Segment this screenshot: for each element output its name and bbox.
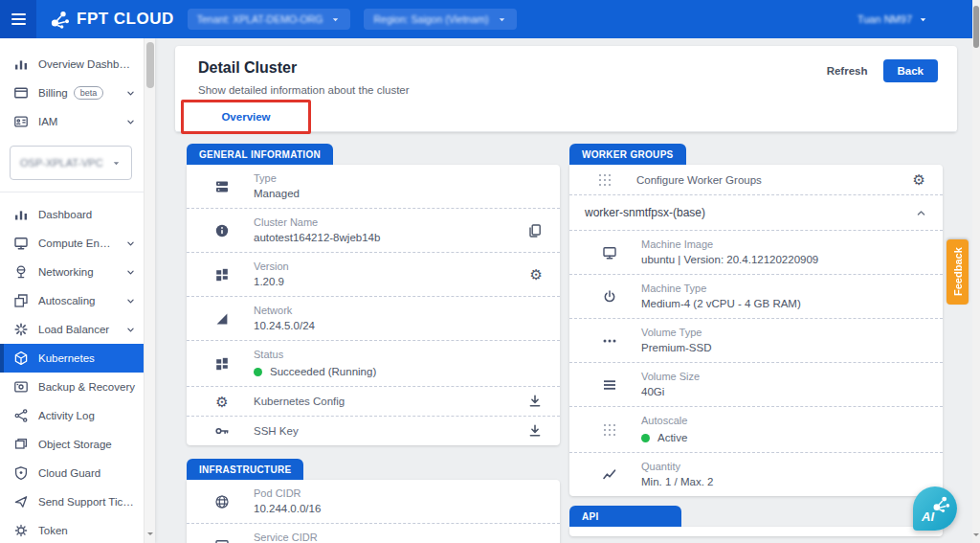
configure-worker-groups-button[interactable]: ⚙ bbox=[913, 172, 925, 187]
row-machine-type: Machine Type Medium-4 (2 vCPU - 4 GB RAM… bbox=[569, 274, 943, 318]
copy-button[interactable] bbox=[527, 223, 543, 238]
caret-down-icon bbox=[330, 14, 341, 25]
token-icon bbox=[13, 523, 29, 538]
autoscale-green-dot bbox=[641, 434, 650, 442]
sidebar-scroll-down-arrow[interactable] bbox=[147, 532, 153, 538]
worker-groups-header: WORKER GROUPS bbox=[569, 144, 686, 165]
chevron-down-icon bbox=[125, 325, 136, 335]
ai-assistant-button[interactable]: AI bbox=[913, 486, 957, 531]
sidebar-item-label: Overview Dashboard bbox=[38, 58, 136, 70]
row-kubernetes-config: ⚙ Kubernetes Config bbox=[187, 386, 560, 416]
sidebar-scrollbar[interactable] bbox=[144, 38, 155, 543]
sidebar-item-label: Kubernetes bbox=[38, 352, 136, 364]
caret-down-icon bbox=[111, 158, 122, 169]
region-label: Region: Saigon (Vietnam) bbox=[373, 13, 488, 25]
tenant-selector[interactable]: Tenant: XPLAT-DEMO-ORG bbox=[188, 9, 351, 30]
download-icon bbox=[527, 423, 543, 439]
row-volume-type: Volume Type Premium-SSD bbox=[569, 318, 943, 362]
sidebar-item-autoscaling[interactable]: Autoscaling bbox=[0, 286, 144, 315]
network-label: Network bbox=[254, 304, 543, 318]
sidebar-item-compute-engine[interactable]: Compute Engine bbox=[0, 229, 144, 258]
signal-triangle-icon bbox=[214, 311, 230, 327]
left-column: GENERAL INFORMATION Type Managed Cluster… bbox=[187, 144, 560, 543]
general-information-card: Type Managed Cluster Name autotest164212… bbox=[187, 165, 560, 445]
load-balancer-icon bbox=[13, 322, 29, 337]
trend-line-icon bbox=[602, 467, 617, 483]
power-icon bbox=[602, 289, 617, 305]
sidebar-item-dashboard[interactable]: Dashboard bbox=[0, 200, 144, 229]
brand-name: FPT CLOUD bbox=[77, 10, 174, 29]
sidebar-item-token[interactable]: Token bbox=[0, 516, 144, 543]
gear-icon: ⚙ bbox=[530, 267, 543, 282]
pod-cidr-value: 10.244.0.0/16 bbox=[254, 501, 543, 516]
sidebar-item-activity-log[interactable]: Activity Log bbox=[0, 401, 144, 430]
status-green-dot bbox=[254, 368, 262, 376]
sidebar-item-networking[interactable]: Networking bbox=[0, 258, 144, 286]
user-menu[interactable]: Tuan NM97 bbox=[858, 13, 928, 25]
info-icon bbox=[214, 223, 230, 238]
worker-groups-card: Configure Worker Groups ⚙ worker-snmtfps… bbox=[569, 165, 943, 496]
sidebar-item-kubernetes[interactable]: Kubernetes bbox=[0, 344, 144, 373]
version-settings-button[interactable]: ⚙ bbox=[530, 267, 543, 282]
page-subtitle: Show detailed information about the clus… bbox=[198, 84, 410, 96]
sidebar-item-billing[interactable]: Billing beta bbox=[0, 79, 144, 107]
row-quantity: Quantity Min. 1 / Max. 2 bbox=[569, 452, 943, 496]
hamburger-menu-icon[interactable] bbox=[0, 0, 36, 38]
region-selector[interactable]: Region: Saigon (Vietnam) bbox=[364, 9, 516, 30]
page-scrollbar[interactable] bbox=[972, 0, 980, 543]
gear-icon: ⚙ bbox=[913, 172, 925, 187]
sidebar-item-label: Send Support Ticket bbox=[38, 496, 136, 508]
beta-badge: beta bbox=[74, 86, 104, 100]
shield-icon bbox=[13, 465, 29, 481]
sidebar-item-backup-recovery[interactable]: Backup & Recovery bbox=[0, 373, 144, 401]
vpc-selected-value: OSP-XPLAT-VPC bbox=[20, 157, 111, 169]
row-cluster-name: Cluster Name autotest164212-8wjeb14b bbox=[187, 208, 560, 252]
tab-overview[interactable]: Overview bbox=[187, 102, 305, 131]
sidebar-item-label: Activity Log bbox=[38, 410, 136, 421]
row-network: Network 10.24.5.0/24 bbox=[187, 296, 560, 340]
grid-dots-icon bbox=[597, 172, 612, 188]
activity-share-icon bbox=[13, 408, 29, 423]
page-scrollbar-thumb[interactable] bbox=[973, 6, 979, 48]
network-globe-icon bbox=[13, 264, 29, 280]
kubernetes-cube-icon bbox=[13, 351, 29, 366]
grid-dots-icon bbox=[602, 422, 617, 438]
worker-group-accordion[interactable]: worker-snmtfpsx-(base) bbox=[569, 194, 943, 230]
machine-image-label: Machine Image bbox=[641, 238, 925, 252]
autoscale-value: Active bbox=[657, 430, 687, 445]
download-ssh-key-button[interactable] bbox=[527, 423, 543, 439]
vpc-select[interactable]: OSP-XPLAT-VPC bbox=[10, 146, 132, 180]
app-window: FPT CLOUD Tenant: XPLAT-DEMO-ORG Region:… bbox=[0, 0, 980, 543]
key-icon bbox=[214, 423, 230, 439]
sidebar-item-label: Networking bbox=[38, 266, 116, 278]
download-kubeconfig-button[interactable] bbox=[527, 394, 543, 409]
backup-device-icon bbox=[13, 379, 29, 395]
sidebar-item-label: Billing bbox=[38, 87, 68, 99]
page-header-card: Detail Cluster Show detailed information… bbox=[175, 46, 957, 132]
refresh-button[interactable]: Refresh bbox=[827, 65, 868, 77]
tenant-label: Tenant: XPLAT-DEMO-ORG bbox=[197, 13, 323, 25]
version-label: Version bbox=[254, 260, 519, 274]
sidebar-scrollbar-thumb[interactable] bbox=[146, 42, 154, 88]
sidebar-item-overview-dashboard[interactable]: Overview Dashboard bbox=[0, 50, 144, 79]
dns-server-icon bbox=[214, 179, 230, 194]
object-storage-icon bbox=[13, 437, 29, 452]
page-scroll-down-arrow[interactable] bbox=[973, 533, 979, 539]
ellipsis-dots-icon bbox=[602, 333, 617, 349]
sidebar-item-object-storage[interactable]: Object Storage bbox=[0, 430, 144, 459]
back-button[interactable]: Back bbox=[883, 59, 939, 82]
quantity-value: Min. 1 / Max. 2 bbox=[641, 474, 925, 489]
infrastructure-header: INFRASTRUCTURE bbox=[187, 459, 303, 480]
row-volume-size: Volume Size 40Gi bbox=[569, 362, 943, 406]
cluster-name-value: autotest164212-8wjeb14b bbox=[254, 230, 516, 245]
list-lines-icon bbox=[602, 377, 617, 393]
sidebar-item-send-support-ticket[interactable]: Send Support Ticket bbox=[0, 487, 144, 516]
sidebar-item-iam[interactable]: IAM bbox=[0, 107, 144, 136]
pod-cidr-label: Pod CIDR bbox=[254, 486, 543, 501]
right-column: WORKER GROUPS Configure Worker Groups ⚙ … bbox=[569, 144, 943, 536]
machine-type-value: Medium-4 (2 vCPU - 4 GB RAM) bbox=[641, 296, 925, 311]
sidebar-item-cloud-guard[interactable]: Cloud Guard bbox=[0, 459, 144, 487]
row-machine-image: Machine Image ubuntu | Version: 20.4.121… bbox=[569, 230, 943, 274]
sidebar-item-load-balancer[interactable]: Load Balancer bbox=[0, 315, 144, 344]
feedback-button[interactable]: Feedback bbox=[947, 239, 969, 305]
